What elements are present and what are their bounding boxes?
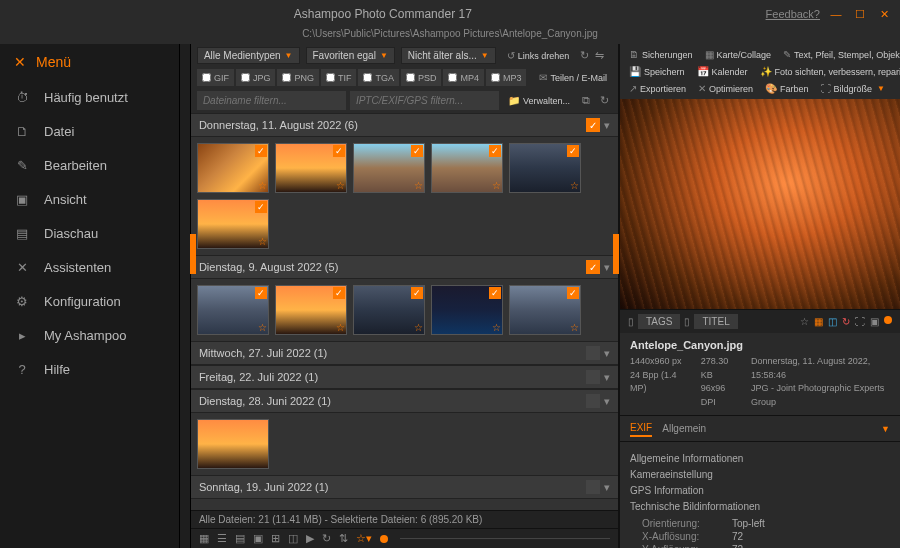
nav-item-ansicht[interactable]: ▣Ansicht <box>0 182 179 216</box>
crop-icon[interactable]: ◫ <box>828 316 837 327</box>
thumbnail[interactable]: ✓☆ <box>275 143 347 193</box>
compare-icon[interactable]: ◫ <box>288 532 298 545</box>
close-icon[interactable]: ✕ <box>878 8 890 21</box>
colors-button[interactable]: 🎨Farben <box>760 80 814 97</box>
media-type-dropdown[interactable]: Alle Medientypen▼ <box>197 47 300 64</box>
chevron-down-icon[interactable]: ▾ <box>604 395 610 408</box>
share-button[interactable]: ✉Teilen / E-Mail <box>534 69 612 86</box>
chevron-down-icon[interactable]: ▾ <box>604 261 610 274</box>
fullscreen-icon[interactable]: ⛶ <box>855 316 865 327</box>
group-checkbox[interactable] <box>586 480 600 494</box>
collage-button[interactable]: ▦Karte/Collage <box>700 46 777 63</box>
star-icon[interactable]: ☆ <box>492 180 501 191</box>
format-checkbox[interactable] <box>282 73 291 82</box>
iptc-filter-input[interactable] <box>350 91 499 110</box>
star-icon[interactable]: ☆ <box>258 180 267 191</box>
date-group-header[interactable]: Freitag, 22. Juli 2022 (1)▾ <box>191 365 618 389</box>
format-checkbox[interactable] <box>363 73 372 82</box>
menu-header[interactable]: ✕ Menü <box>0 44 179 80</box>
menu-close-icon[interactable]: ✕ <box>14 54 26 70</box>
format-chip-tga[interactable]: TGA <box>358 69 399 86</box>
format-checkbox[interactable] <box>406 73 415 82</box>
format-chip-mp3[interactable]: MP3 <box>486 69 527 86</box>
calendar-button[interactable]: 📅Kalender <box>692 63 753 80</box>
backup-button[interactable]: 🗎Sicherungen <box>624 46 698 63</box>
star-filter-icon[interactable]: ☆▾ <box>356 532 372 545</box>
chevron-down-icon[interactable]: ▾ <box>604 481 610 494</box>
rotate-left-button[interactable]: ↺Links drehen <box>502 47 575 64</box>
thumbnail[interactable]: ✓☆ <box>431 143 503 193</box>
optimize-button[interactable]: ✕Optimieren <box>693 80 758 97</box>
date-group-header[interactable]: Dienstag, 28. Juni 2022 (1)▾ <box>191 389 618 413</box>
format-chip-psd[interactable]: PSD <box>401 69 442 86</box>
date-group-header[interactable]: Donnerstag, 11. August 2022 (6)✓▾ <box>191 113 618 137</box>
star-icon[interactable]: ☆ <box>258 236 267 247</box>
favorites-dropdown[interactable]: Favoriten egal▼ <box>306 47 395 64</box>
resize-handle-right[interactable] <box>613 234 619 274</box>
thumbnail[interactable]: ✓☆ <box>431 285 503 335</box>
format-chip-png[interactable]: PNG <box>277 69 319 86</box>
manage-button[interactable]: 📁Verwalten... <box>503 91 575 110</box>
format-checkbox[interactable] <box>448 73 457 82</box>
star-icon[interactable]: ☆ <box>570 180 579 191</box>
details-view-icon[interactable]: ▤ <box>235 532 245 545</box>
list-view-icon[interactable]: ☰ <box>217 532 227 545</box>
star-icon[interactable]: ☆ <box>570 322 579 333</box>
rotate-icon[interactable]: ↻ <box>322 532 331 545</box>
date-group-header[interactable]: Mittwoch, 27. Juli 2022 (1)▾ <box>191 341 618 365</box>
date-dropdown[interactable]: Nicht älter als...▼ <box>401 47 496 64</box>
thumbnail[interactable]: ✓☆ <box>197 285 269 335</box>
sort-icon[interactable]: ⇅ <box>339 532 348 545</box>
nav-item-bearbeiten[interactable]: ✎Bearbeiten <box>0 148 179 182</box>
title-tab[interactable]: TITEL <box>694 314 737 329</box>
chevron-down-icon[interactable]: ▾ <box>604 119 610 132</box>
format-chip-tif[interactable]: TIF <box>321 69 357 86</box>
resize-button[interactable]: ⛶Bildgröße▼ <box>816 80 890 97</box>
export-button[interactable]: ↗Exportieren <box>624 80 691 97</box>
fit-icon[interactable]: ▣ <box>870 316 879 327</box>
format-checkbox[interactable] <box>202 73 211 82</box>
nav-item-assistenten[interactable]: ✕Assistenten <box>0 250 179 284</box>
date-group-header[interactable]: Sonntag, 19. Juni 2022 (1)▾ <box>191 475 618 499</box>
filmstrip-icon[interactable]: ⊞ <box>271 532 280 545</box>
exif-tab[interactable]: EXIF <box>630 420 652 437</box>
copy-icon[interactable]: ⧉ <box>579 91 593 110</box>
format-chip-gif[interactable]: GIF <box>197 69 234 86</box>
format-chip-jpg[interactable]: JPG <box>236 69 276 86</box>
tile-view-icon[interactable]: ▣ <box>253 532 263 545</box>
chevron-down-icon[interactable]: ▾ <box>604 371 610 384</box>
general-tab[interactable]: Allgemein <box>662 421 706 436</box>
thumbnail[interactable]: ✓☆ <box>509 143 581 193</box>
group-checkbox[interactable]: ✓ <box>586 260 600 274</box>
thumbnail[interactable]: ✓☆ <box>353 143 425 193</box>
nav-item-konfiguration[interactable]: ⚙Konfiguration <box>0 284 179 318</box>
star-icon[interactable]: ☆ <box>492 322 501 333</box>
rotate-right-icon[interactable]: ↻ <box>580 49 589 62</box>
group-checkbox[interactable]: ✓ <box>586 118 600 132</box>
zoom-handle[interactable] <box>884 316 892 324</box>
photo-fix-button[interactable]: ✨Foto sichten, verbessern, reparieren <box>755 63 900 80</box>
thumbnail[interactable]: ✓☆ <box>197 199 269 249</box>
zoom-slider-track[interactable] <box>400 538 610 539</box>
slideshow-icon[interactable]: ▶ <box>306 532 314 545</box>
star-icon[interactable]: ☆ <box>336 322 345 333</box>
chevron-down-icon[interactable]: ▾ <box>604 347 610 360</box>
grid-view-icon[interactable]: ▦ <box>199 532 209 545</box>
format-chip-mp4[interactable]: MP4 <box>443 69 484 86</box>
nav-item-datei[interactable]: 🗋Datei <box>0 114 179 148</box>
feedback-link[interactable]: Feedback? <box>766 8 820 20</box>
nav-item-diaschau[interactable]: ▤Diaschau <box>0 216 179 250</box>
mirror-icon[interactable]: ⇋ <box>595 49 604 62</box>
thumbnail[interactable]: ✓☆ <box>509 285 581 335</box>
save-button[interactable]: 💾Speichern <box>624 63 690 80</box>
group-checkbox[interactable] <box>586 394 600 408</box>
minimize-icon[interactable]: — <box>830 8 842 21</box>
thumbnail[interactable]: ✓☆ <box>275 285 347 335</box>
group-checkbox[interactable] <box>586 370 600 384</box>
refresh-icon[interactable]: ↻ <box>597 91 612 110</box>
resize-handle-left[interactable] <box>190 234 196 274</box>
insert-object-button[interactable]: ✎Text, Pfeil, Stempel, Objekt einfügen <box>778 46 900 63</box>
star-icon[interactable]: ☆ <box>414 322 423 333</box>
zoom-slider-handle[interactable] <box>380 535 388 543</box>
maximize-icon[interactable]: ☐ <box>854 8 866 21</box>
